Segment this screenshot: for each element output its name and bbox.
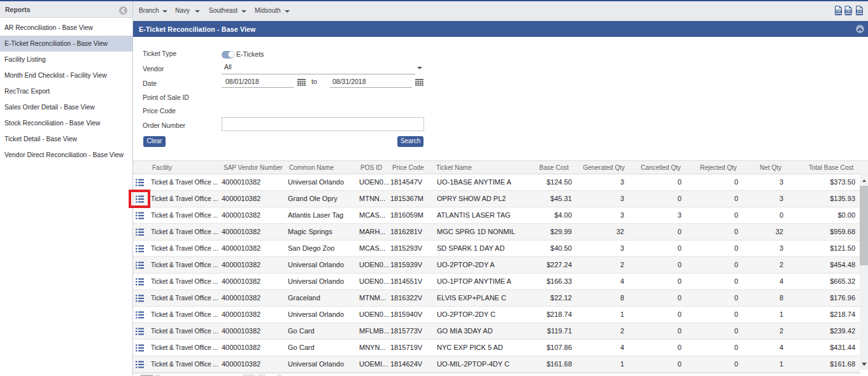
svg-text:PDF: PDF (836, 10, 842, 13)
svg-text:CSV: CSV (846, 10, 851, 13)
svg-text:XLS: XLS (857, 10, 862, 13)
